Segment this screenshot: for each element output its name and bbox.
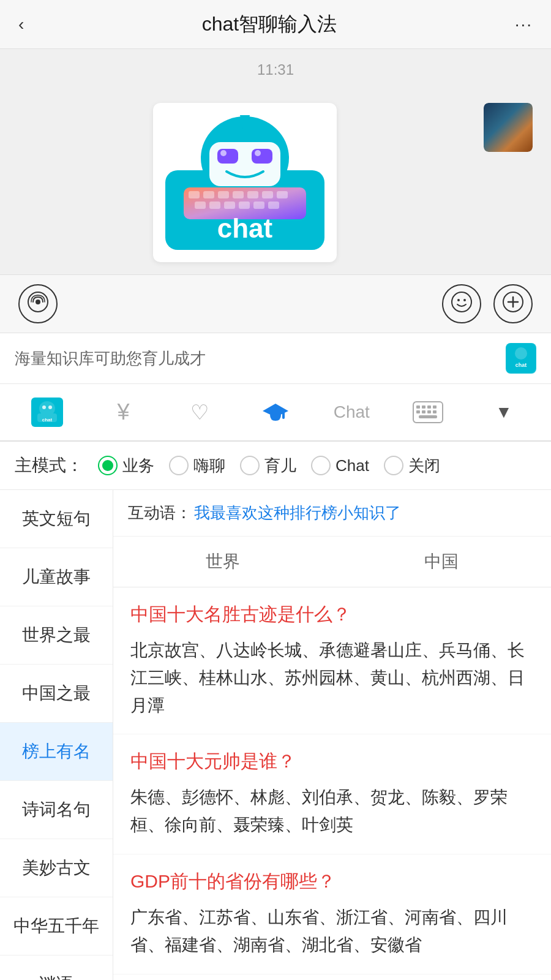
toolbar-arrow-down[interactable]: ▼: [469, 395, 539, 429]
toolbar-heart[interactable]: ♡: [165, 393, 234, 432]
svg-rect-4: [209, 142, 280, 186]
svg-rect-53: [433, 410, 437, 413]
timestamp: 11:31: [0, 49, 551, 91]
voice-icon: [27, 291, 49, 317]
svg-point-8: [255, 150, 261, 156]
svg-rect-22: [268, 202, 279, 209]
qa-question-1[interactable]: 中国十大名胜古迹是什么？: [130, 602, 534, 627]
mode-chat-label: 嗨聊: [193, 455, 225, 477]
mode-parenting-label: 育儿: [264, 455, 296, 477]
toolbar-chat-text[interactable]: Chat: [317, 395, 386, 429]
svg-point-27: [457, 299, 460, 301]
svg-rect-15: [262, 191, 273, 198]
svg-rect-12: [218, 191, 229, 198]
interactive-text: 我最喜欢这种排行榜小知识了: [194, 503, 401, 522]
qa-answer-2: 朱德、彭德怀、林彪、刘伯承、贺龙、陈毅、罗荣桓、徐向前、聂荣臻、叶剑英: [130, 784, 534, 839]
arrow-down-icon: ▼: [495, 402, 512, 422]
main-content: 互动语： 我最喜欢这种排行榜小知识了 世界 中国 中国十大名胜古迹是什么？ 北京…: [113, 490, 551, 980]
qa-item-2: 中国十大元帅是谁？ 朱德、彭德怀、林彪、刘伯承、贺龙、陈毅、罗荣桓、徐向前、聂荣…: [113, 734, 551, 854]
header: ‹ chat智聊输入法 ···: [0, 0, 551, 49]
radio-chat2[interactable]: [311, 456, 331, 475]
mode-business[interactable]: 业务: [98, 455, 154, 477]
svg-rect-13: [233, 191, 244, 198]
plus-button[interactable]: [493, 284, 533, 323]
emoji-icon: [451, 291, 473, 317]
svg-rect-52: [427, 410, 431, 413]
sidebar-item-poetry[interactable]: 诗词名句: [0, 781, 113, 839]
toolbar-keyboard[interactable]: [392, 394, 462, 431]
svg-rect-20: [239, 202, 250, 209]
chat-area: chat: [0, 91, 551, 274]
radio-close[interactable]: [384, 456, 403, 475]
page-title: chat智聊输入法: [202, 11, 337, 38]
tab-world[interactable]: 世界: [113, 537, 332, 587]
chat-logo-bubble: chat: [153, 103, 337, 262]
mode-label: 主模式：: [15, 454, 83, 477]
message-input[interactable]: [70, 284, 430, 323]
tab-china[interactable]: 中国: [332, 537, 552, 587]
toolbar-money[interactable]: ¥: [88, 392, 158, 432]
mode-chat2-label: Chat: [335, 456, 369, 475]
svg-rect-6: [252, 149, 272, 164]
sidebar-item-english[interactable]: 英文短句: [0, 490, 113, 548]
svg-rect-16: [277, 191, 288, 198]
heart-icon: ♡: [190, 400, 209, 424]
radio-business[interactable]: [98, 456, 118, 475]
banner: 海量知识库可助您育儿成才 chat: [0, 333, 551, 384]
voice-button[interactable]: [18, 284, 58, 323]
banner-logo[interactable]: chat: [506, 343, 536, 374]
sidebar-item-riddle[interactable]: 谜语: [0, 956, 113, 980]
sidebar-item-china-best[interactable]: 中国之最: [0, 665, 113, 723]
svg-point-7: [220, 150, 227, 156]
more-button[interactable]: ···: [515, 15, 533, 34]
svg-rect-21: [253, 202, 264, 209]
svg-rect-51: [422, 410, 425, 413]
svg-text:chat: chat: [42, 417, 53, 423]
svg-rect-17: [195, 202, 206, 209]
svg-point-41: [48, 405, 52, 409]
sidebar-item-children-story[interactable]: 儿童故事: [0, 548, 113, 606]
qa-answer-3: 广东省、江苏省、山东省、浙江省、河南省、四川省、福建省、湖南省、湖北省、安徽省: [130, 904, 534, 959]
mode-chat2[interactable]: Chat: [311, 456, 369, 475]
toolbar-chat-logo[interactable]: chat: [12, 390, 82, 434]
radio-business-inner: [102, 460, 113, 471]
svg-rect-5: [217, 149, 238, 164]
svg-rect-18: [209, 202, 220, 209]
mode-close[interactable]: 关闭: [384, 455, 440, 477]
logo-svg: chat: [165, 115, 324, 250]
svg-rect-49: [433, 405, 437, 409]
radio-parenting[interactable]: [240, 456, 260, 475]
sidebar-item-top-list[interactable]: 榜上有名: [0, 723, 113, 781]
back-button[interactable]: ‹: [18, 15, 24, 34]
mode-business-label: 业务: [122, 455, 154, 477]
svg-rect-10: [189, 191, 200, 198]
svg-point-35: [515, 347, 527, 360]
sidebar-item-ancient-text[interactable]: 美妙古文: [0, 839, 113, 897]
qa-item-1: 中国十大名胜古迹是什么？ 北京故宫、八达岭长城、承德避暑山庄、兵马俑、长江三峡、…: [113, 587, 551, 734]
interactive-label: 互动语：: [128, 503, 192, 522]
svg-rect-11: [203, 191, 214, 198]
input-bar: [0, 274, 551, 333]
sidebar-item-world-best[interactable]: 世界之最: [0, 606, 113, 665]
svg-rect-14: [247, 191, 258, 198]
plus-icon: [502, 291, 524, 317]
radio-chat[interactable]: [169, 456, 189, 475]
emoji-button[interactable]: [442, 284, 481, 323]
svg-rect-47: [422, 405, 425, 409]
svg-point-26: [452, 292, 471, 312]
svg-point-25: [36, 300, 40, 304]
toolbar: chat ¥ ♡ Chat: [0, 384, 551, 442]
svg-point-40: [42, 405, 46, 409]
toolbar-education[interactable]: [241, 394, 310, 431]
svg-rect-19: [224, 202, 235, 209]
tab-row: 世界 中国: [113, 537, 551, 587]
mode-chat[interactable]: 嗨聊: [169, 455, 225, 477]
qa-question-2[interactable]: 中国十大元帅是谁？: [130, 749, 534, 774]
mode-parenting[interactable]: 育儿: [240, 455, 296, 477]
sidebar-item-china-5000[interactable]: 中华五千年: [0, 897, 113, 956]
svg-rect-44: [282, 412, 285, 419]
svg-text:chat: chat: [515, 362, 527, 368]
qa-question-3[interactable]: GDP前十的省份有哪些？: [130, 869, 534, 894]
svg-text:chat: chat: [217, 213, 273, 243]
money-icon: ¥: [117, 399, 129, 425]
